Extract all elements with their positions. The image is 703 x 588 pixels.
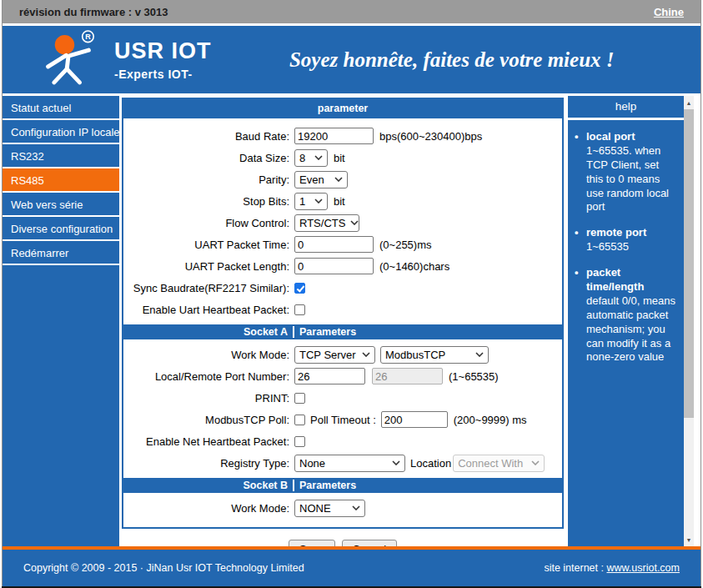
flow-control-row: Flow Control: RTS/CTS (123, 214, 562, 232)
uart-heartbeat-row: Enable Uart Heartbeat Packet: (123, 300, 562, 319)
parity-select[interactable]: Even (294, 171, 348, 188)
sidebar-item-web-vers-serie[interactable]: Web vers série (3, 193, 119, 217)
uart-packet-time-input[interactable] (294, 236, 374, 253)
modbus-poll-checkbox[interactable] (294, 415, 305, 425)
right-margin (694, 96, 700, 546)
port-number-hint: (1~65535) (449, 370, 499, 383)
sync-baudrate-checkbox[interactable] (294, 283, 305, 294)
bullet-icon: • (575, 226, 586, 254)
uart-packet-length-label: UART Packet Length: (123, 260, 294, 273)
data-size-select[interactable]: 8 (294, 149, 328, 167)
parameter-form: parameter Baud Rate: bps(600~230400)bps … (122, 98, 564, 529)
work-mode-b-label: Work Mode: (123, 502, 294, 515)
chevron-down-icon (314, 155, 323, 160)
print-row: PRINT: (123, 389, 562, 407)
chevron-down-icon (362, 352, 370, 357)
data-size-hint: bit (334, 152, 345, 164)
stop-bits-select[interactable]: 1 (294, 193, 328, 210)
chevron-down-icon (334, 177, 343, 182)
sidebar-item-redemarrer[interactable]: Redémarrer (3, 241, 119, 265)
work-mode-b-select[interactable]: NONE (294, 500, 365, 517)
flow-control-select[interactable]: RTS/CTS (294, 214, 359, 232)
net-heartbeat-row: Enable Net Heartbeat Packet: (123, 432, 562, 450)
uart-heartbeat-checkbox[interactable] (294, 304, 305, 315)
socket-a-title: Socket A (123, 326, 294, 338)
stop-bits-label: Stop Bits: (123, 195, 294, 208)
work-mode-a-protocol-select[interactable]: ModbusTCP (380, 346, 489, 364)
sidebar-item-rs485[interactable]: RS485 (3, 168, 119, 193)
brand-block: USR IOT -Experts IOT- (114, 38, 212, 81)
baud-rate-row: Baud Rate: bps(600~230400)bps (123, 127, 562, 145)
help-item-local-port: • local port1~65535. when TCP Client, se… (575, 130, 679, 214)
chevron-down-icon (531, 460, 540, 465)
copyright-text: Copyright © 2009 - 2015 · JiNan Usr IOT … (23, 562, 304, 574)
language-link-chine[interactable]: Chine (654, 6, 684, 18)
panel-title: parameter (123, 99, 562, 118)
parity-label: Parity: (123, 173, 294, 186)
header-tagline: Soyez honnête, faites de votre mieux ! (212, 48, 700, 72)
location-select: Connect With (453, 455, 545, 472)
port-number-row: Local/Remote Port Number: (1~65535) (123, 367, 562, 385)
baud-rate-hint: bps(600~230400)bps (379, 130, 482, 143)
help-item-packet-time-length: • packet time/lengthdefault 0/0, means a… (575, 266, 679, 364)
firmware-version: révision du firmware : v 3013 (19, 6, 168, 18)
help-item-remote-port: • remote port1~65535 (575, 226, 679, 254)
sidebar-item-rs232[interactable]: RS232 (3, 144, 119, 168)
help-item-body: default 0/0, means automatic packet mech… (586, 294, 675, 364)
chevron-down-icon (352, 505, 360, 510)
brand-title: USR IOT (114, 38, 212, 64)
site-label: site internet : (544, 562, 604, 574)
work-mode-a-select[interactable]: TCP Server (294, 346, 375, 364)
net-heartbeat-label: Enable Net Heartbeat Packet: (123, 435, 294, 448)
scroll-up-icon[interactable]: ▲ (684, 96, 694, 109)
poll-timeout-input[interactable] (381, 411, 448, 428)
vertical-scrollbar[interactable]: ▲ ▼ (684, 96, 694, 546)
data-size-row: Data Size: 8 bit (123, 148, 562, 167)
baud-rate-label: Baud Rate: (123, 130, 294, 143)
remote-port-input (372, 368, 443, 384)
scroll-down-icon[interactable]: ▼ (684, 533, 694, 546)
scrollbar-thumb[interactable] (684, 109, 694, 418)
help-item-body: 1~65535. when TCP Client, set this to 0 … (586, 144, 669, 214)
chevron-down-icon (475, 352, 484, 357)
stop-bits-hint: bit (334, 195, 345, 208)
uart-packet-time-hint: (0~255)ms (379, 239, 432, 251)
brand-subtitle: -Experts IOT- (114, 68, 212, 81)
stop-bits-row: Stop Bits: 1 bit (123, 192, 562, 210)
local-port-input[interactable] (294, 368, 365, 384)
help-panel: help • local port1~65535. when TCP Clien… (568, 96, 684, 546)
work-mode-a-row: Work Mode: TCP Server ModbusTCP (123, 345, 562, 364)
help-item-title: remote port (586, 226, 646, 240)
socket-b-header: Socket B Parameters (123, 478, 562, 493)
registry-type-row: Registry Type: None Location Connect Wit… (123, 454, 562, 472)
uart-packet-length-input[interactable] (294, 258, 374, 274)
bullet-icon: • (575, 266, 586, 364)
modbus-poll-row: ModbusTCP Poll: Poll Timeout : (200~9999… (123, 410, 562, 429)
work-mode-a-label: Work Mode: (123, 349, 294, 361)
net-heartbeat-checkbox[interactable] (294, 436, 305, 447)
port-number-label: Local/Remote Port Number: (123, 370, 294, 383)
chevron-down-icon (392, 460, 400, 465)
sidebar-item-configuration-ip-locale[interactable]: Configuration IP locale (3, 120, 119, 144)
poll-timeout-hint: (200~9999) ms (454, 414, 527, 426)
registry-type-select[interactable]: None (294, 455, 405, 472)
print-checkbox[interactable] (294, 393, 305, 404)
sync-baudrate-label: Sync Baudrate(RF2217 Similar): (123, 282, 294, 294)
sync-baudrate-row: Sync Baudrate(RF2217 Similar): (123, 279, 562, 297)
main-panel: parameter Baud Rate: bps(600~230400)bps … (122, 96, 564, 546)
socket-a-subtitle: Parameters (294, 326, 356, 338)
help-item-body: 1~65535 (586, 240, 629, 253)
sidebar-item-diverse-configuration[interactable]: Diverse configuration (3, 217, 119, 241)
chevron-down-icon (350, 220, 359, 225)
usriot-site-link[interactable]: www.usriot.com (606, 562, 680, 574)
usr-iot-logo-icon: R (38, 28, 99, 92)
baud-rate-input[interactable] (294, 128, 374, 144)
location-label: Location (410, 457, 451, 470)
chevron-down-icon (314, 199, 323, 204)
sidebar-item-statut-actuel[interactable]: Statut actuel (3, 96, 119, 120)
socket-b-subtitle: Parameters (294, 480, 356, 491)
registry-type-label: Registry Type: (123, 457, 294, 470)
site-internet: site internet : www.usriot.com (544, 562, 680, 574)
uart-packet-time-row: UART Packet Time: (0~255)ms (123, 235, 562, 254)
header: R USR IOT -Experts IOT- Soyez honnête, f… (3, 26, 700, 93)
